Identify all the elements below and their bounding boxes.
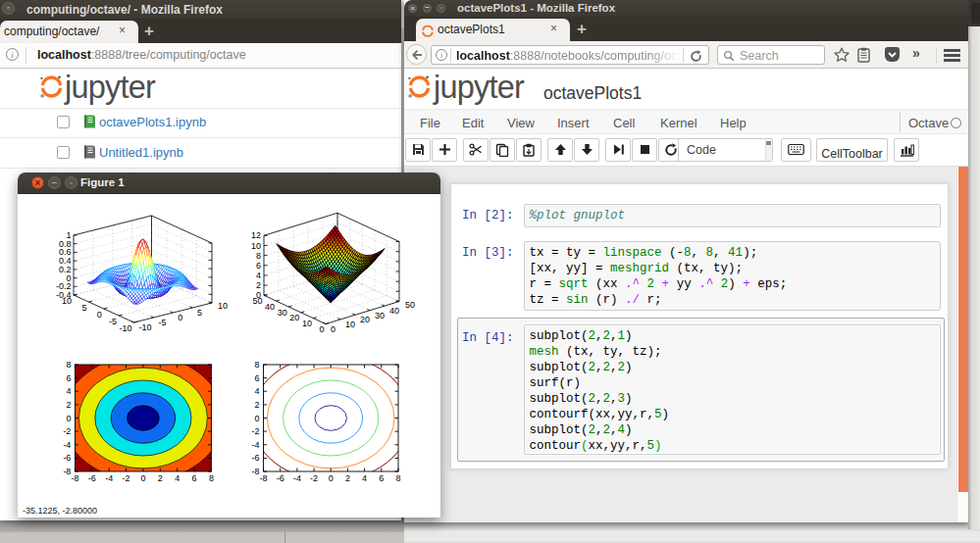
svg-text:6: 6 xyxy=(379,473,384,483)
svg-text:0: 0 xyxy=(319,324,324,334)
svg-text:-6: -6 xyxy=(63,453,71,463)
svg-text:6: 6 xyxy=(254,373,259,383)
svg-text:0: 0 xyxy=(331,324,335,334)
svg-text:50: 50 xyxy=(405,300,415,310)
svg-text:10: 10 xyxy=(251,241,261,251)
svg-text:40: 40 xyxy=(389,306,399,316)
svg-text:-10: -10 xyxy=(119,323,131,333)
svg-text:-4: -4 xyxy=(251,440,259,450)
svg-text:10: 10 xyxy=(62,296,72,306)
svg-text:5: 5 xyxy=(197,308,202,318)
svg-text:-8: -8 xyxy=(259,473,267,483)
svg-text:0: 0 xyxy=(140,473,145,483)
svg-text:8: 8 xyxy=(395,473,400,483)
svg-text:20: 20 xyxy=(289,313,299,322)
svg-text:30: 30 xyxy=(278,308,287,318)
svg-text:-2: -2 xyxy=(63,426,71,436)
svg-text:50: 50 xyxy=(252,296,262,306)
svg-text:-10: -10 xyxy=(139,322,152,332)
svg-text:8: 8 xyxy=(254,360,259,370)
svg-text:-2: -2 xyxy=(122,473,129,483)
svg-text:-8: -8 xyxy=(251,467,259,476)
svg-text:-5: -5 xyxy=(158,318,166,327)
svg-text:-2: -2 xyxy=(310,473,318,483)
svg-text:8: 8 xyxy=(66,360,71,370)
svg-text:-6: -6 xyxy=(277,473,284,483)
svg-text:8: 8 xyxy=(209,473,214,483)
svg-text:-8: -8 xyxy=(71,473,78,483)
svg-text:-4: -4 xyxy=(293,473,301,483)
svg-text:-6: -6 xyxy=(251,453,259,463)
svg-text:6: 6 xyxy=(256,261,261,271)
svg-text:4: 4 xyxy=(254,386,259,396)
svg-text:10: 10 xyxy=(302,319,312,328)
svg-text:-8: -8 xyxy=(63,467,71,476)
svg-text:6: 6 xyxy=(191,473,196,483)
svg-text:4: 4 xyxy=(66,386,71,396)
svg-text:4: 4 xyxy=(256,271,261,280)
svg-text:0: 0 xyxy=(329,473,334,483)
svg-text:12: 12 xyxy=(251,230,261,240)
svg-text:2: 2 xyxy=(158,473,163,483)
svg-text:0: 0 xyxy=(66,414,71,423)
svg-text:2: 2 xyxy=(254,400,259,410)
svg-text:5: 5 xyxy=(81,303,86,313)
svg-text:-5: -5 xyxy=(109,317,117,326)
svg-text:20: 20 xyxy=(360,315,370,324)
svg-text:6: 6 xyxy=(66,373,71,383)
svg-text:0: 0 xyxy=(178,313,182,322)
svg-text:0: 0 xyxy=(254,414,259,423)
svg-text:0: 0 xyxy=(97,310,102,320)
svg-text:8: 8 xyxy=(256,251,261,261)
svg-text:10: 10 xyxy=(218,301,228,311)
svg-text:-4: -4 xyxy=(63,440,71,450)
svg-text:10: 10 xyxy=(345,320,355,329)
svg-text:4: 4 xyxy=(175,473,180,483)
svg-text:40: 40 xyxy=(265,302,275,312)
svg-text:-2: -2 xyxy=(251,426,259,436)
svg-text:2: 2 xyxy=(256,280,261,290)
svg-text:30: 30 xyxy=(375,311,385,321)
svg-text:2: 2 xyxy=(66,400,71,410)
svg-text:-6: -6 xyxy=(88,473,96,483)
svg-text:4: 4 xyxy=(362,473,367,483)
svg-text:-4: -4 xyxy=(105,473,113,483)
svg-text:2: 2 xyxy=(345,473,350,483)
